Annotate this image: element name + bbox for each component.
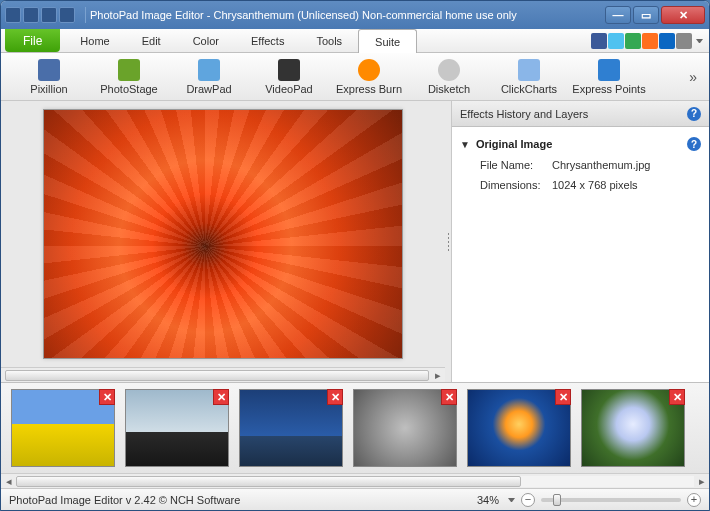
qat-icon-3[interactable]	[41, 7, 57, 23]
tool-photostage[interactable]: PhotoStage	[89, 59, 169, 95]
original-image-row[interactable]: ▼ Original Image ?	[460, 133, 701, 155]
filmstrip-hscroll[interactable]: ◂▸	[1, 473, 709, 488]
qat-icon-4[interactable]	[59, 7, 75, 23]
canvas-area: ▸	[1, 101, 445, 382]
zoom-out-button[interactable]: −	[521, 493, 535, 507]
thumbnail[interactable]: ✕	[125, 389, 229, 467]
chevron-down-icon[interactable]	[508, 498, 515, 502]
app-window: PhotoPad Image Editor - Chrysanthemum (U…	[0, 0, 710, 511]
tool-videopad[interactable]: VideoPad	[249, 59, 329, 95]
canvas-hscroll[interactable]: ▸	[1, 367, 445, 382]
suite-toolbar: Pixillion PhotoStage DrawPad VideoPad Ex…	[1, 53, 709, 101]
thumbnail[interactable]: ✕	[11, 389, 115, 467]
thumbnail[interactable]: ✕	[353, 389, 457, 467]
tool-pixillion[interactable]: Pixillion	[9, 59, 89, 95]
tool-disketch[interactable]: Disketch	[409, 59, 489, 95]
canvas-viewport[interactable]	[1, 101, 445, 367]
tool-clickcharts[interactable]: ClickCharts	[489, 59, 569, 95]
minimize-button[interactable]: —	[605, 6, 631, 24]
panel-title: Effects History and Layers	[460, 108, 588, 120]
collapse-triangle-icon[interactable]: ▼	[460, 139, 470, 150]
tab-home[interactable]: Home	[64, 29, 125, 52]
thumbnail-close-button[interactable]: ✕	[99, 389, 115, 405]
tab-effects[interactable]: Effects	[235, 29, 300, 52]
linkedin-icon[interactable]	[659, 33, 675, 49]
maximize-button[interactable]: ▭	[633, 6, 659, 24]
toolbar-overflow-icon[interactable]: »	[685, 65, 701, 89]
thumbnail-close-button[interactable]: ✕	[555, 389, 571, 405]
qat-icon-2[interactable]	[23, 7, 39, 23]
tab-tools[interactable]: Tools	[300, 29, 358, 52]
thumbnail-close-button[interactable]: ✕	[441, 389, 457, 405]
workspace: ▸ Effects History and Layers ? ▼ Origina…	[1, 101, 709, 382]
close-button[interactable]: ✕	[661, 6, 705, 24]
file-menu[interactable]: File	[5, 29, 60, 52]
tool-drawpad[interactable]: DrawPad	[169, 59, 249, 95]
filmstrip: ✕✕✕✕✕✕	[1, 382, 709, 473]
window-title: PhotoPad Image Editor - Chrysanthemum (U…	[90, 9, 601, 21]
qat-icon-1[interactable]	[5, 7, 21, 23]
thumbnail-close-button[interactable]: ✕	[213, 389, 229, 405]
tab-edit[interactable]: Edit	[126, 29, 177, 52]
effects-panel: Effects History and Layers ? ▼ Original …	[451, 101, 709, 382]
thumbnail[interactable]: ✕	[239, 389, 343, 467]
tool-expresspoints[interactable]: Express Points	[569, 59, 649, 95]
facebook-icon[interactable]	[591, 33, 607, 49]
filename-value: Chrysanthemum.jpg	[552, 159, 650, 171]
statusbar: PhotoPad Image Editor v 2.42 © NCH Softw…	[1, 488, 709, 510]
zoom-slider[interactable]	[541, 498, 681, 502]
social-bar	[591, 29, 709, 52]
menubar: File Home Edit Color Effects Tools Suite	[1, 29, 709, 53]
help-icon[interactable]: ?	[687, 107, 701, 121]
tab-color[interactable]: Color	[177, 29, 235, 52]
google-icon[interactable]	[625, 33, 641, 49]
tool-expressburn[interactable]: Express Burn	[329, 59, 409, 95]
thumbnail[interactable]: ✕	[581, 389, 685, 467]
stumble-icon[interactable]	[642, 33, 658, 49]
thumbnail-close-button[interactable]: ✕	[669, 389, 685, 405]
titlebar: PhotoPad Image Editor - Chrysanthemum (U…	[1, 1, 709, 29]
thumbnail-close-button[interactable]: ✕	[327, 389, 343, 405]
share-icon[interactable]	[676, 33, 692, 49]
twitter-icon[interactable]	[608, 33, 624, 49]
panel-header: Effects History and Layers ?	[452, 101, 709, 127]
filename-row: File Name: Chrysanthemum.jpg	[460, 155, 701, 175]
thumbnail[interactable]: ✕	[467, 389, 571, 467]
dimensions-value: 1024 x 768 pixels	[552, 179, 638, 191]
original-image-label: Original Image	[476, 138, 552, 150]
chevron-down-icon[interactable]	[696, 39, 703, 43]
main-image[interactable]	[43, 109, 403, 359]
help-icon[interactable]: ?	[687, 137, 701, 151]
status-text: PhotoPad Image Editor v 2.42 © NCH Softw…	[9, 494, 240, 506]
dimensions-row: Dimensions: 1024 x 768 pixels	[460, 175, 701, 195]
tab-suite[interactable]: Suite	[358, 29, 417, 53]
zoom-in-button[interactable]: +	[687, 493, 701, 507]
zoom-value: 34%	[477, 494, 499, 506]
